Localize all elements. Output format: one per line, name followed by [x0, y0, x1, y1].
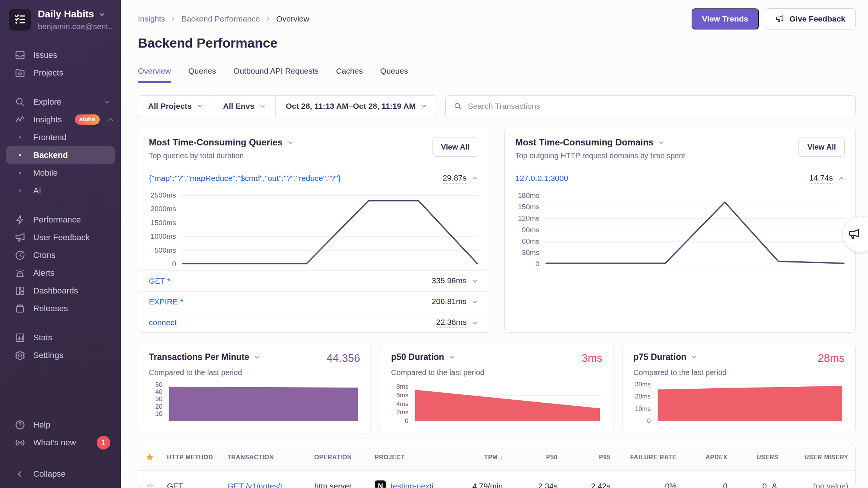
queries-view-all-button[interactable]: View All [432, 137, 478, 157]
domains-panel-header: Most Time-Consuming Domains Top outgoing… [505, 127, 855, 168]
queries-panel-title: Most Time-Consuming Queries [149, 137, 283, 148]
domain-link[interactable]: 127.0.0.1:3000 [515, 174, 568, 183]
chevron-down-icon [99, 11, 105, 18]
query-duration-value: 22.36ms [436, 318, 466, 328]
org-switcher[interactable]: Daily Habits benjamin.coe@sent… [0, 8, 121, 31]
domains-line-chart: 180ms150ms120ms90ms60ms30ms0 [509, 191, 846, 264]
inbox-icon [14, 49, 26, 61]
sidebar-item-label: AI [33, 186, 41, 196]
p75-area-chart: 30ms20ms10ms0 [633, 383, 845, 422]
query-duration-value: 335.96ms [432, 276, 466, 286]
sidebar-item-settings[interactable]: Settings [0, 346, 121, 364]
sidebar-item-releases[interactable]: Releases [0, 300, 121, 317]
p75-value: 28ms [818, 352, 845, 364]
give-feedback-button[interactable]: Give Feedback [765, 8, 856, 29]
query-duration-toggle[interactable]: 206.81ms [432, 297, 478, 307]
col-http-method[interactable]: HTTP METHOD [160, 444, 221, 471]
tpm-subtitle: Compared to the last period [149, 368, 360, 377]
transaction-link[interactable]: GET /v1/notes/t… [227, 482, 290, 488]
domains-panel: Most Time-Consuming Domains Top outgoing… [504, 127, 856, 333]
query-link[interactable]: EXPIRE * [149, 297, 183, 306]
breadcrumb-overview[interactable]: Overview [276, 14, 309, 23]
sidebar-item-label: Help [33, 420, 50, 430]
sidebar-item-performance[interactable]: Performance [0, 211, 121, 229]
project-filter[interactable]: All Projects [138, 96, 213, 117]
tab-outbound-api-requests[interactable]: Outbound API Requests [233, 66, 318, 83]
sidebar-item-mobile[interactable]: Mobile [0, 164, 121, 182]
sidebar-item-whats-new[interactable]: What's new 1 [0, 434, 121, 451]
date-range-filter[interactable]: Oct 28, 11:13 AM–Oct 28, 11:19 AM [276, 96, 437, 117]
col-operation[interactable]: OPERATION [307, 444, 368, 471]
sidebar-item-frontend[interactable]: Frontend [0, 128, 121, 146]
sidebar-item-backend[interactable]: Backend [6, 146, 115, 164]
cell-failure-rate: 0% [617, 471, 683, 488]
query-duration-value: 206.81ms [432, 297, 466, 307]
sidebar-item-stats[interactable]: Stats [0, 329, 121, 346]
query-link[interactable]: GET * [149, 276, 170, 286]
col-apdex[interactable]: APDEX [683, 444, 734, 471]
star-outline-icon[interactable]: ☆ [146, 481, 154, 488]
breadcrumb-backend-performance[interactable]: Backend Performance [181, 14, 260, 23]
top-actions: View Trends Give Feedback [692, 8, 856, 29]
query-link[interactable]: connect [149, 318, 177, 327]
breadcrumb-insights[interactable]: Insights [138, 14, 165, 23]
org-avatar[interactable] [9, 9, 31, 31]
tab-caches[interactable]: Caches [336, 66, 363, 83]
bullet-icon [14, 136, 26, 138]
sidebar-item-label: Stats [33, 333, 52, 343]
sidebar-item-explore[interactable]: Explore [0, 93, 121, 111]
sidebar-item-crons[interactable]: Crons [0, 246, 121, 264]
p75-title-dropdown[interactable]: p75 Duration [633, 352, 698, 362]
bar-chart-icon [14, 332, 26, 343]
tab-queues[interactable]: Queues [380, 66, 408, 83]
environment-filter[interactable]: All Envs [213, 96, 276, 117]
project-link[interactable]: testing-nextj… [391, 482, 441, 488]
col-p95[interactable]: P95 [564, 444, 617, 471]
siren-icon [14, 267, 26, 279]
p75-subtitle: Compared to the last period [633, 368, 845, 377]
org-name[interactable]: Daily Habits [38, 8, 94, 20]
col-transaction[interactable]: TRANSACTION [221, 444, 307, 471]
col-user-misery[interactable]: USER MISERY [785, 444, 855, 471]
tab-queries[interactable]: Queries [188, 66, 216, 83]
sidebar-item-help[interactable]: Help [0, 416, 121, 434]
tab-overview[interactable]: Overview [138, 66, 171, 83]
view-trends-button[interactable]: View Trends [692, 8, 759, 29]
col-project[interactable]: PROJECT [368, 444, 455, 471]
tpm-title-dropdown[interactable]: Transactions Per Minute [149, 352, 260, 362]
table-row: ☆ GET GET /v1/notes/t… http.server N tes… [138, 471, 855, 488]
sidebar-item-user-feedback[interactable]: User Feedback [0, 229, 121, 246]
query-duration-toggle[interactable]: 335.96ms [432, 276, 478, 286]
sidebar-collapse-button[interactable]: Collapse [0, 465, 121, 483]
domain-row: 127.0.0.1:3000 14.74s [505, 168, 855, 188]
domain-duration-toggle[interactable]: 14.74s [809, 173, 845, 184]
chevron-up-icon [107, 116, 114, 123]
col-failure-rate[interactable]: FAILURE RATE [617, 444, 683, 471]
sidebar-item-label: Dashboards [33, 286, 78, 296]
sidebar-item-alerts[interactable]: Alerts [0, 264, 121, 282]
cell-user-misery: (no value) [785, 471, 855, 488]
sidebar-item-dashboards[interactable]: Dashboards [0, 282, 121, 300]
star-filled-icon[interactable]: ★ [146, 452, 154, 462]
date-range-label: Oct 28, 11:13 AM–Oct 28, 11:19 AM [286, 102, 415, 111]
broadcast-icon [14, 437, 26, 448]
nextjs-project-icon: N [375, 480, 386, 488]
col-tpm-sorted[interactable]: TPM ↓ [455, 444, 510, 471]
query-duration-toggle[interactable]: 29.87s [443, 173, 478, 184]
sidebar-item-projects[interactable]: Projects [0, 64, 121, 82]
query-link[interactable]: {"map":"?","mapReduce":"$cmd","out":"?",… [149, 174, 341, 183]
search-transactions-box[interactable] [445, 95, 856, 117]
sidebar-item-insights[interactable]: Insights alpha [0, 111, 121, 128]
chevron-down-icon [259, 103, 266, 109]
sidebar-footer: Help What's new 1 Collapse [0, 416, 121, 483]
col-users[interactable]: USERS [734, 444, 785, 471]
queries-panel-title-dropdown[interactable]: Most Time-Consuming Queries [149, 137, 293, 148]
domains-view-all-button[interactable]: View All [798, 137, 845, 157]
search-input[interactable] [468, 102, 848, 111]
query-duration-toggle[interactable]: 22.36ms [436, 318, 478, 328]
sidebar-item-ai[interactable]: AI [0, 182, 121, 199]
col-p50[interactable]: P50 [510, 444, 564, 471]
sidebar-item-issues[interactable]: Issues [0, 46, 121, 64]
domains-panel-title-dropdown[interactable]: Most Time-Consuming Domains [515, 137, 685, 148]
p50-title-dropdown[interactable]: p50 Duration [391, 352, 455, 362]
